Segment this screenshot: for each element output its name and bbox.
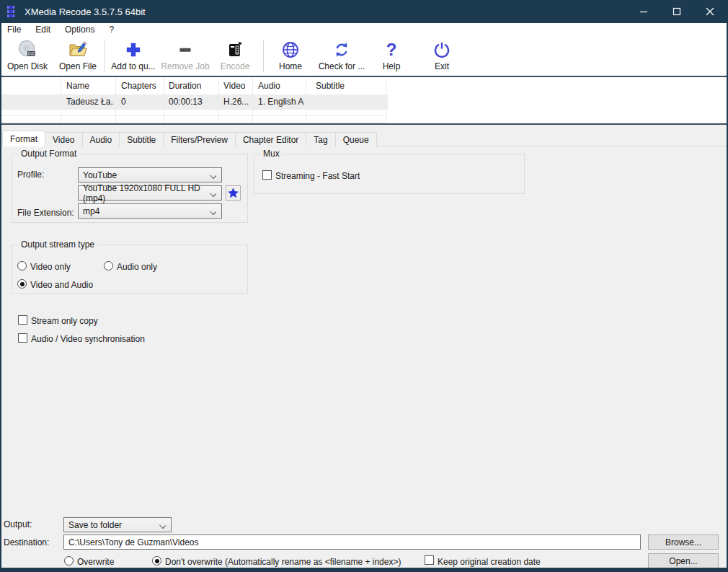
maximize-icon xyxy=(672,7,681,16)
menubar: File Edit Options ? xyxy=(1,23,727,36)
tab-video[interactable]: Video xyxy=(45,132,82,146)
menu-file[interactable]: File xyxy=(1,25,28,35)
menu-edit[interactable]: Edit xyxy=(28,25,58,35)
window-title: XMedia Recode 3.5.7.5 64bit xyxy=(25,6,146,17)
tab-tag[interactable]: Tag xyxy=(306,132,335,146)
power-icon xyxy=(424,39,460,61)
folder-icon xyxy=(56,39,99,61)
open-destination-button[interactable]: Open... xyxy=(648,553,719,568)
chevron-down-icon xyxy=(210,173,216,179)
minus-icon xyxy=(161,39,210,61)
cell-duration: 00:00:13 xyxy=(169,97,203,107)
job-list: Name Chapters Duration Video Audio Subti… xyxy=(0,76,728,125)
overwrite-label: Overwrite xyxy=(77,557,114,567)
group-title: Mux xyxy=(260,149,283,159)
tab-filters-preview[interactable]: Filters/Preview xyxy=(163,132,236,146)
tab-queue[interactable]: Queue xyxy=(335,132,377,146)
destination-label: Destination: xyxy=(4,537,49,547)
video-and-audio-label: Video and Audio xyxy=(30,280,93,290)
svg-text:DVD: DVD xyxy=(28,52,35,56)
maximize-button[interactable] xyxy=(660,0,693,23)
toolbar: DVD Open Disk Open File Add to qu... xyxy=(1,36,727,76)
app-logo-icon xyxy=(7,5,19,18)
table-row[interactable]: Tadeusz Ła... 0 00:00:13 H.26... 1. Engl… xyxy=(1,94,388,109)
cell-chapters: 0 xyxy=(121,97,126,107)
menu-options[interactable]: Options xyxy=(58,25,102,35)
cell-audio: 1. English A... xyxy=(258,97,304,107)
tab-chapter-editor[interactable]: Chapter Editor xyxy=(235,132,306,146)
audio-only-radio[interactable] xyxy=(104,261,113,270)
toolbar-separator xyxy=(105,40,105,72)
menu-help[interactable]: ? xyxy=(102,25,121,35)
open-disk-button[interactable]: DVD Open Disk xyxy=(6,39,49,74)
help-button[interactable]: ? Help xyxy=(373,39,409,74)
exit-button[interactable]: Exit xyxy=(424,39,460,74)
encode-button: Encode xyxy=(215,39,255,74)
check-for-updates-button[interactable]: Check for ... xyxy=(314,39,369,74)
dont-overwrite-label: Don't overwrite (Automatically rename as… xyxy=(165,557,401,567)
question-icon: ? xyxy=(373,39,409,61)
window-border xyxy=(0,0,1,572)
stream-only-copy-checkbox[interactable] xyxy=(18,315,27,325)
disc-icon: DVD xyxy=(6,39,49,61)
output-mode-select[interactable]: Save to folder xyxy=(63,517,172,532)
close-button[interactable] xyxy=(693,0,727,23)
video-and-audio-radio[interactable] xyxy=(17,279,27,289)
home-button[interactable]: Home xyxy=(270,39,311,74)
tab-format[interactable]: Format xyxy=(2,131,45,146)
group-title: Output stream type xyxy=(18,239,97,250)
format-tab-panel: Output Format Profile: YouTube YouTube 1… xyxy=(2,146,726,512)
column-header-chapters[interactable]: Chapters xyxy=(121,81,156,91)
minimize-icon xyxy=(639,7,648,16)
tab-subtitle[interactable]: Subtitle xyxy=(119,132,164,146)
stream-only-copy-label: Stream only copy xyxy=(31,316,98,326)
column-header-audio[interactable]: Audio xyxy=(258,81,280,91)
profile-detail-select[interactable]: YouTube 1920x1080 FULL HD (mp4) xyxy=(78,185,222,201)
open-file-button[interactable]: Open File xyxy=(56,39,99,74)
tab-bar: Format Video Audio Subtitle Filters/Prev… xyxy=(2,131,376,146)
dont-overwrite-radio[interactable] xyxy=(152,556,161,566)
audio-only-label: Audio only xyxy=(117,262,157,272)
encode-icon xyxy=(215,39,255,61)
browse-button[interactable]: Browse... xyxy=(648,534,719,550)
output-label: Output: xyxy=(4,519,32,529)
output-bar: Output: Save to folder Destination: C:\U… xyxy=(0,512,728,568)
tab-audio[interactable]: Audio xyxy=(82,132,120,146)
group-title: Output Format xyxy=(18,149,79,159)
video-only-label: Video only xyxy=(30,262,71,272)
destination-input[interactable]: C:\Users\Tony de Guzman\Videos xyxy=(63,534,641,550)
minimize-button[interactable] xyxy=(627,0,660,23)
audio-video-sync-label: Audio / Video synchronisation xyxy=(31,334,145,344)
column-header-video[interactable]: Video xyxy=(223,81,245,91)
chevron-down-icon xyxy=(210,191,216,197)
file-extension-select[interactable]: mp4 xyxy=(78,203,222,219)
add-to-queue-button[interactable]: Add to qu... xyxy=(109,39,158,74)
streaming-fast-start-checkbox[interactable] xyxy=(262,170,272,180)
toolbar-separator xyxy=(263,40,264,72)
chevron-down-icon xyxy=(160,523,166,529)
favorite-profile-button[interactable] xyxy=(226,185,241,201)
plus-icon xyxy=(109,39,158,61)
remove-job-button: Remove Job xyxy=(161,39,210,74)
chevron-down-icon xyxy=(210,209,216,215)
titlebar: XMedia Recode 3.5.7.5 64bit xyxy=(0,0,728,23)
close-icon xyxy=(706,7,714,16)
keep-creation-date-checkbox[interactable] xyxy=(425,555,434,565)
keep-creation-date-label: Keep original creation date xyxy=(438,557,541,567)
app-window: XMedia Recode 3.5.7.5 64bit File Edit Op… xyxy=(0,0,728,572)
profile-select[interactable]: YouTube xyxy=(78,167,222,182)
streaming-fast-start-label: Streaming - Fast Start xyxy=(275,171,360,181)
overwrite-radio[interactable] xyxy=(64,556,74,566)
file-extension-label: File Extension: xyxy=(17,208,74,218)
video-only-radio[interactable] xyxy=(17,261,27,270)
star-icon xyxy=(227,187,239,199)
cell-video: H.26... xyxy=(223,97,252,107)
audio-video-sync-checkbox[interactable] xyxy=(18,333,27,343)
cell-name: Tadeusz Ła... xyxy=(66,97,114,107)
globe-icon xyxy=(270,39,311,61)
column-header-subtitle[interactable]: Subtitle xyxy=(316,81,345,91)
column-header-duration[interactable]: Duration xyxy=(169,81,201,91)
refresh-icon xyxy=(314,39,369,61)
window-border xyxy=(0,568,728,572)
column-header-name[interactable]: Name xyxy=(66,81,89,91)
